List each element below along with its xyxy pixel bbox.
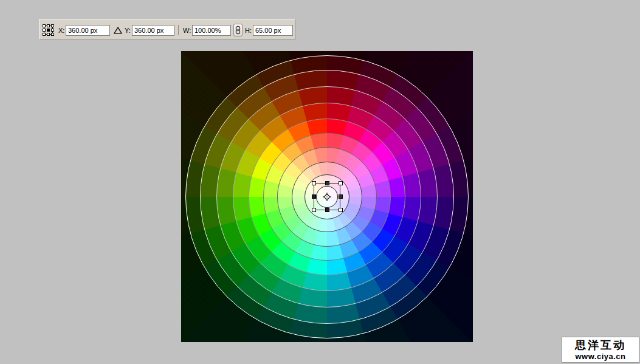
height-input[interactable] (253, 25, 293, 36)
mid-handle-bottom[interactable] (325, 208, 329, 212)
width-scale-input[interactable] (192, 25, 231, 36)
corner-handle-top-left[interactable] (312, 181, 316, 185)
corner-handle-bottom-right[interactable] (339, 208, 343, 212)
width-field-label: W: (183, 27, 191, 34)
x-position-input[interactable] (66, 25, 110, 36)
watermark-badge: 思洋互动 www.ciya.cn (562, 337, 639, 363)
chain-link-icon (235, 26, 241, 35)
mid-handle-right[interactable] (339, 194, 343, 199)
mid-handle-top[interactable] (325, 181, 329, 185)
relative-positioning-icon[interactable] (114, 27, 122, 34)
maintain-aspect-ratio-button[interactable] (233, 24, 243, 36)
transform-reference-point-marker[interactable] (322, 192, 332, 202)
watermark-url-text: www.ciya.cn (562, 352, 639, 361)
y-position-input[interactable] (132, 25, 174, 36)
mid-handle-left[interactable] (312, 194, 316, 199)
watermark-brand-text: 思洋互动 (562, 338, 639, 352)
height-field-label: H: (245, 27, 252, 34)
toolbar-separator (178, 25, 179, 35)
corner-handle-bottom-left[interactable] (312, 208, 316, 212)
corner-handle-top-right[interactable] (339, 181, 343, 185)
reference-point-locator-icon[interactable] (42, 24, 55, 36)
x-field-label: X: (58, 27, 64, 34)
document-canvas[interactable] (181, 51, 473, 342)
y-field-label: Y: (125, 27, 131, 34)
transform-options-bar: X: Y: W: H: (39, 19, 295, 40)
